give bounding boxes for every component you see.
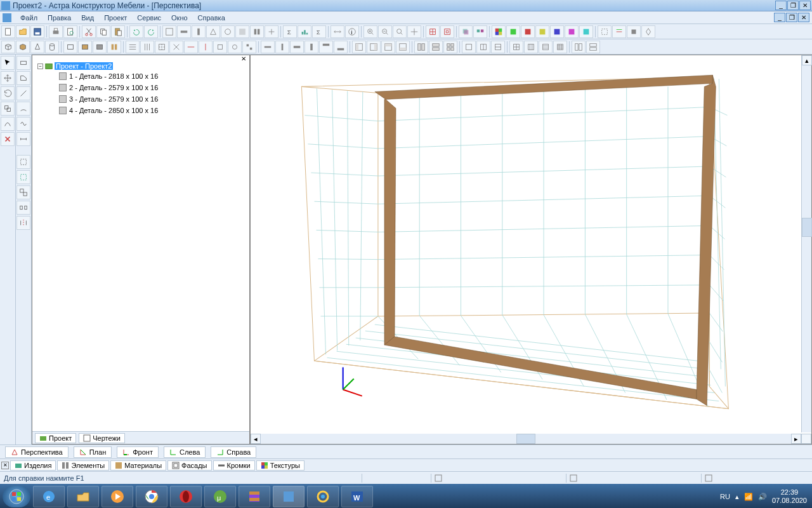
dim-icon[interactable] (331, 25, 344, 38)
menu-window[interactable]: Окно (166, 13, 193, 23)
redo-icon[interactable] (144, 25, 158, 38)
ui-icon[interactable] (414, 41, 428, 53)
panel-icon[interactable] (63, 41, 77, 53)
cube-icon[interactable] (1, 41, 15, 53)
texture-icon[interactable] (579, 25, 593, 38)
explode-icon[interactable] (16, 201, 30, 215)
zoom-fit-icon[interactable] (393, 25, 407, 38)
open-icon[interactable] (16, 25, 30, 38)
scroll-thumb[interactable] (802, 218, 812, 237)
tree-tab-drawings[interactable]: Чертежи (79, 433, 125, 443)
view-tab-front[interactable]: Фронт (117, 446, 159, 458)
edge-icon[interactable] (275, 41, 289, 53)
ui-icon[interactable] (462, 41, 476, 53)
ui-icon[interactable] (491, 41, 505, 53)
tool-icon[interactable] (162, 25, 176, 38)
panel-icon[interactable] (78, 41, 92, 53)
taskbar-explorer[interactable] (67, 486, 99, 507)
scale-icon[interactable] (1, 102, 15, 116)
tree-item[interactable]: 2 - Деталь - 2579 x 100 x 16 (59, 82, 247, 93)
cursor-icon[interactable] (1, 56, 15, 70)
vertical-scrollbar[interactable]: ▴ (801, 55, 811, 432)
sel-icon[interactable] (16, 155, 30, 169)
rotate-icon[interactable] (1, 86, 15, 100)
cut-icon[interactable] (82, 25, 96, 38)
grid-icon[interactable] (426, 25, 440, 38)
cone-icon[interactable] (30, 41, 44, 53)
tray-volume-icon[interactable]: 🔊 (758, 493, 767, 501)
ui-icon[interactable] (509, 41, 523, 53)
rect-icon[interactable] (16, 56, 30, 70)
mdi-close-button[interactable]: ✕ (798, 13, 809, 22)
misc-icon[interactable] (641, 25, 655, 38)
tree-item[interactable]: 1 - Деталь - 2818 x 100 x 16 (59, 70, 247, 82)
tree-collapse-icon[interactable]: − (37, 64, 43, 69)
horizontal-scrollbar[interactable]: ◂ ▸ (251, 434, 811, 444)
bottom-tab-materials[interactable]: Материалы (110, 460, 166, 471)
tray-network-icon[interactable]: 📶 (744, 493, 753, 501)
panel-icon[interactable] (93, 41, 107, 53)
menu-help[interactable]: Справка (193, 13, 230, 23)
taskbar-app[interactable] (307, 486, 339, 507)
edge-icon[interactable] (319, 41, 333, 53)
tree-root-label[interactable]: Проект - Проект2 (55, 62, 113, 70)
cube-icon[interactable] (16, 41, 30, 53)
curve2-icon[interactable] (16, 117, 30, 131)
tool-icon[interactable] (192, 25, 206, 38)
snap-icon[interactable] (440, 25, 454, 38)
tool-icon[interactable] (206, 25, 220, 38)
menu-file[interactable]: Файл (15, 13, 43, 23)
pan-icon[interactable] (407, 25, 421, 38)
scroll-left-icon[interactable]: ◂ (251, 434, 261, 444)
ui-icon[interactable] (367, 41, 381, 53)
view-tab-perspective[interactable]: Перспектива (5, 446, 69, 458)
poly-icon[interactable] (16, 71, 30, 85)
new-icon[interactable] (1, 25, 15, 38)
view-tab-right[interactable]: Справа (211, 446, 256, 458)
line-icon[interactable] (16, 86, 30, 100)
paste-icon[interactable] (111, 25, 125, 38)
scroll-right-icon[interactable]: ▸ (791, 434, 801, 444)
dim-icon[interactable] (16, 132, 30, 146)
ui-icon[interactable] (381, 41, 395, 53)
start-button[interactable] (3, 486, 30, 507)
taskbar-utorrent[interactable]: μ (204, 486, 236, 507)
arc-icon[interactable] (16, 102, 30, 116)
ui-icon[interactable] (352, 41, 366, 53)
align-icon[interactable] (126, 41, 140, 53)
panel-close-icon[interactable]: ✕ (1, 462, 9, 469)
tree-item[interactable]: 4 - Деталь - 2850 x 100 x 16 (59, 105, 247, 116)
tree-tab-project[interactable]: Проект (35, 433, 76, 443)
info-icon[interactable]: i (345, 25, 359, 38)
misc-icon[interactable] (598, 25, 612, 38)
taskbar-word[interactable]: W (341, 486, 373, 507)
view-tab-plan[interactable]: План (74, 446, 112, 458)
taskbar-ie[interactable]: e (33, 486, 65, 507)
align-icon[interactable] (213, 41, 227, 53)
view-tab-left[interactable]: Слева (164, 446, 206, 458)
tool-icon[interactable] (177, 25, 191, 38)
align-icon[interactable] (242, 41, 256, 53)
zoom-in-icon[interactable] (363, 25, 377, 38)
maximize-button[interactable]: ❐ (787, 1, 799, 10)
print-preview-icon[interactable] (63, 25, 77, 38)
print-icon[interactable] (49, 25, 63, 38)
scroll-thumb[interactable] (516, 434, 535, 444)
menu-view[interactable]: Вид (76, 13, 99, 23)
mirror-icon[interactable] (16, 216, 30, 230)
edge-icon[interactable] (290, 41, 304, 53)
clock[interactable]: 22:39 07.08.2020 (772, 488, 807, 505)
scroll-up-icon[interactable]: ▴ (802, 55, 812, 65)
color-icon[interactable] (521, 25, 535, 38)
bottom-tab-elements[interactable]: Элементы (57, 460, 109, 471)
mdi-restore-button[interactable]: ❐ (786, 13, 797, 22)
ui-icon[interactable] (396, 41, 410, 53)
align-icon[interactable] (140, 41, 154, 53)
tray-flag-icon[interactable]: ▴ (735, 493, 739, 501)
align-icon[interactable] (228, 41, 242, 53)
color-icon[interactable] (565, 25, 579, 38)
tool-icon[interactable] (265, 25, 278, 38)
ui-icon[interactable] (586, 41, 600, 53)
ui-icon[interactable] (524, 41, 538, 53)
viewport-canvas[interactable] (251, 55, 811, 434)
